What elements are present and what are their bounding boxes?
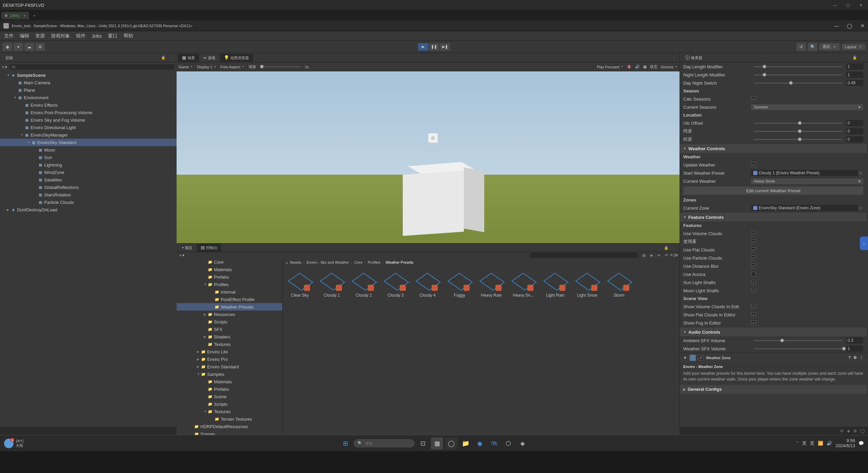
undo-history-button[interactable]: ↺ bbox=[796, 43, 806, 51]
asset-item[interactable]: Storm bbox=[605, 270, 633, 298]
explorer-icon[interactable]: 📁 bbox=[459, 437, 472, 450]
property-value[interactable]: 1 bbox=[846, 346, 863, 352]
menu-assets[interactable]: 资源 bbox=[35, 33, 45, 39]
display-dropdown[interactable]: Display 1▼ bbox=[197, 65, 216, 69]
hierarchy-item[interactable]: ▦Enviro Directional Light bbox=[0, 124, 177, 131]
step-button[interactable]: ▶❚ bbox=[440, 43, 450, 51]
project-tree-item[interactable]: 📁Terrain Textures bbox=[177, 415, 282, 423]
object-picker-icon[interactable]: ⊙ bbox=[858, 205, 863, 211]
menu-jobs[interactable]: Jobs bbox=[92, 33, 102, 39]
inspector-section[interactable]: ▼Feature Controls bbox=[680, 213, 867, 222]
pause-button[interactable]: ❚❚ bbox=[429, 43, 439, 51]
hierarchy-item[interactable]: ▦Enviro Effects bbox=[0, 101, 177, 109]
minimize-button[interactable]: — bbox=[834, 23, 839, 29]
hierarchy-item[interactable]: ▼◈SampleScene bbox=[0, 71, 177, 79]
asset-item[interactable]: Cloudy 3 bbox=[382, 270, 410, 298]
project-tree-item[interactable]: 📁Scripts bbox=[177, 318, 282, 326]
edge-icon[interactable]: ◉ bbox=[474, 437, 486, 450]
console-tab[interactable]: ▤ 控制台 bbox=[197, 244, 221, 252]
inspector-section[interactable]: ▶General Configs bbox=[680, 385, 867, 394]
project-menu-icon[interactable]: ⋮ bbox=[671, 245, 677, 251]
hierarchy-item[interactable]: ▦GlobalReflections bbox=[0, 183, 177, 191]
crumb[interactable]: Core bbox=[355, 260, 363, 264]
inspector-button[interactable]: Edit current Weather Preset bbox=[683, 187, 863, 195]
project-add-button[interactable]: + ▾ bbox=[179, 253, 184, 258]
project-tree-item[interactable]: 📁SFX bbox=[177, 326, 282, 333]
unity-hub-icon[interactable]: ◈ bbox=[517, 437, 529, 450]
hierarchy-item[interactable]: ▼▦Environment bbox=[0, 94, 177, 101]
project-tree-item[interactable]: ▼📁Profiles bbox=[177, 281, 282, 288]
menu-edit[interactable]: 编辑 bbox=[20, 33, 29, 39]
hierarchy-lock-icon[interactable]: 🔒 bbox=[160, 55, 166, 61]
status-icon[interactable]: ⊕ bbox=[853, 428, 857, 433]
property-checkbox[interactable] bbox=[751, 264, 756, 268]
project-tree-item[interactable]: 📁PostEffect Profile bbox=[177, 296, 282, 303]
hierarchy-add-button[interactable]: + ▾ bbox=[2, 65, 7, 69]
os-close-button[interactable]: ✕ bbox=[856, 2, 865, 8]
property-checkbox[interactable] bbox=[751, 288, 756, 293]
property-checkbox[interactable] bbox=[751, 231, 756, 236]
project-tree-item[interactable]: 📁Scene bbox=[177, 393, 282, 400]
asset-grid[interactable]: Clear SkyCloudy 1Cloudy 2Cloudy 3Cloudy … bbox=[283, 266, 680, 438]
component-menu-icon[interactable]: ⋮ bbox=[860, 355, 863, 360]
property-value[interactable]: 1 bbox=[846, 72, 863, 78]
os-minimize-button[interactable]: — bbox=[831, 2, 839, 8]
project-tree-item[interactable]: 📁Scripts bbox=[177, 400, 282, 408]
project-search-input[interactable] bbox=[529, 252, 638, 258]
project-tree-item[interactable]: ▶📁Enviro Lite bbox=[177, 348, 282, 355]
property-checkbox[interactable] bbox=[751, 320, 756, 325]
inspector-tab[interactable]: ⓘ 检查器 bbox=[681, 53, 706, 62]
game-menu-icon[interactable]: ⋮ bbox=[671, 55, 677, 61]
property-checkbox[interactable] bbox=[751, 162, 756, 167]
scene-tab[interactable]: ▦ 场景 bbox=[178, 54, 199, 62]
menu-help[interactable]: 帮助 bbox=[124, 33, 133, 39]
hierarchy-item[interactable]: ▦Enviro Post-Processing Volume bbox=[0, 109, 177, 116]
status-icon[interactable]: ⊘ bbox=[840, 428, 844, 433]
property-checkbox[interactable] bbox=[751, 312, 756, 317]
project-tree-item[interactable]: ▶📁Enviro Standard bbox=[177, 363, 282, 370]
project-tree-item[interactable]: ▼📁Textures bbox=[177, 408, 282, 415]
ime-input[interactable]: 英 bbox=[810, 440, 814, 446]
side-panel-button[interactable]: ‹ bbox=[860, 236, 868, 250]
menu-window[interactable]: 窗口 bbox=[108, 33, 117, 39]
filter-type-icon[interactable]: ▦ bbox=[641, 252, 647, 258]
property-checkbox[interactable] bbox=[751, 247, 756, 252]
project-tree-item[interactable]: 📁HDRPDefaultResources bbox=[177, 423, 282, 430]
property-slider[interactable] bbox=[754, 348, 842, 349]
inspector-content[interactable]: Day Length Modifier1Night Length Modifie… bbox=[680, 63, 868, 427]
crumb[interactable]: Profiles bbox=[368, 260, 380, 264]
tab-add-button[interactable]: + bbox=[30, 12, 39, 19]
project-tree-item[interactable]: 📁Textures bbox=[177, 340, 282, 348]
services-button[interactable]: ▾ bbox=[14, 43, 23, 51]
property-slider[interactable] bbox=[754, 131, 842, 132]
status-icon[interactable]: ◈ bbox=[847, 428, 850, 433]
play-button[interactable]: ▶ bbox=[418, 43, 428, 51]
hierarchy-search-input[interactable] bbox=[9, 64, 175, 70]
project-tree-item[interactable]: 📁Core bbox=[177, 258, 282, 266]
menu-file[interactable]: 文件 bbox=[4, 33, 14, 39]
hierarchy-tab[interactable]: 层级 bbox=[1, 54, 17, 62]
crumb[interactable]: Enviro - Sky and Weather bbox=[307, 260, 349, 264]
taskbar-app[interactable]: ⬡ bbox=[502, 437, 514, 450]
game-view[interactable]: ⊘ bbox=[177, 71, 680, 243]
close-button[interactable]: ✕ bbox=[861, 23, 865, 29]
os-maximize-button[interactable]: ▢ bbox=[844, 2, 852, 8]
inspector-lock-icon[interactable]: 🔒 bbox=[852, 55, 858, 61]
menu-component[interactable]: 组件 bbox=[76, 33, 86, 39]
menu-gameobject[interactable]: 游戏对象 bbox=[51, 33, 70, 39]
taskbar-app[interactable]: ▦ bbox=[431, 437, 443, 450]
asset-item[interactable]: Cloudy 1 bbox=[318, 270, 346, 298]
frame-icon[interactable]: ▦ bbox=[643, 65, 647, 69]
property-value[interactable]: 0 bbox=[846, 136, 863, 142]
audio-icon[interactable]: 🔊 bbox=[635, 65, 640, 69]
project-tab[interactable]: ▪ 项目 bbox=[178, 244, 196, 252]
mute-icon[interactable]: 🔇 bbox=[627, 65, 632, 69]
asset-item[interactable]: Heavy Rain bbox=[477, 270, 505, 298]
aspect-dropdown[interactable]: Free Aspect▼ bbox=[220, 65, 245, 69]
lighting-tab[interactable]: 💡 光照浏览器 bbox=[220, 54, 253, 62]
object-picker-icon[interactable]: ⊙ bbox=[858, 170, 863, 176]
property-checkbox[interactable] bbox=[751, 256, 756, 260]
asset-item[interactable]: Heavy Sn... bbox=[509, 270, 537, 298]
hierarchy-tree[interactable]: ▼◈SampleScene▦Main Camera▦Plane▼▦Environ… bbox=[0, 71, 177, 427]
task-view-button[interactable]: ⊡ bbox=[417, 437, 429, 450]
